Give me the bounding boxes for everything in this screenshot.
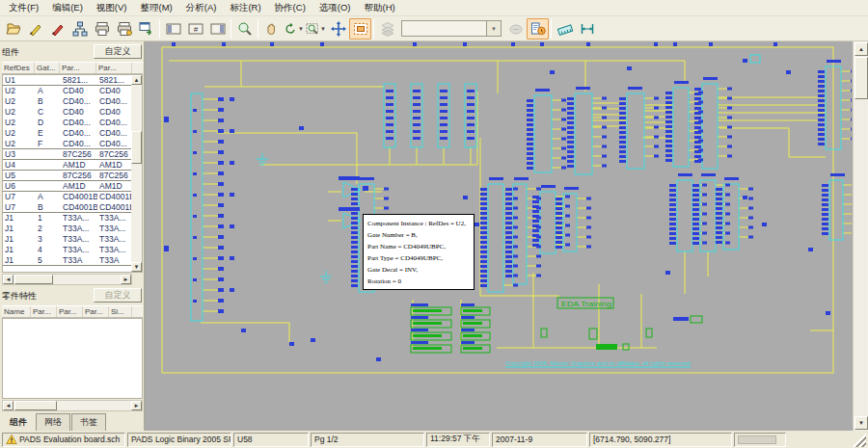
hierarchy-button[interactable] [68, 18, 91, 40]
zoom-window-button[interactable]: ▼ [305, 18, 327, 40]
components-hscrollbar[interactable]: ◄ ► [2, 274, 132, 285]
export-view-button[interactable] [135, 18, 157, 40]
tab-bookmarks[interactable]: 书签 [71, 413, 106, 431]
status-document-type: PADS Logic Binary 2005 SPac [127, 433, 231, 447]
markup-pencil-button[interactable] [24, 18, 46, 40]
cell: U2 [3, 107, 36, 118]
cell: CD4001B [97, 192, 133, 202]
first-sheet-button[interactable] [162, 18, 184, 40]
menu-edit[interactable]: 编辑(E) [45, 0, 90, 16]
scroll-up-arrow[interactable]: ▲ [854, 42, 868, 56]
menu-view[interactable]: 视图(V) [90, 0, 134, 16]
component-row[interactable]: U7BCD4001BCD4001B [3, 202, 133, 213]
open-file-button[interactable] [2, 18, 24, 40]
menu-help[interactable]: 帮助(H) [358, 0, 402, 16]
column-header[interactable]: Par... [57, 306, 83, 317]
component-row[interactable]: U2FCD40...CD40... [3, 139, 133, 149]
component-row[interactable]: J14T33A...T33A... [3, 245, 133, 255]
scroll-left-arrow[interactable]: ◄ [3, 401, 14, 410]
column-header[interactable]: Par... [31, 306, 57, 317]
menu-arrange[interactable]: 整理(M) [133, 0, 178, 16]
sheet-number-button[interactable]: # [184, 18, 206, 40]
column-header[interactable]: RefDes [2, 63, 35, 73]
menu-markup[interactable]: 标注(R) [223, 0, 267, 16]
component-row[interactable]: U15821...5821... [3, 75, 133, 86]
column-header[interactable]: Gat... [35, 63, 60, 73]
tab-components[interactable]: 组件 [2, 414, 35, 431]
components-table[interactable]: U15821...5821...U2ACD40CD40U2BCD40...CD4… [2, 74, 143, 273]
cell: F [36, 139, 61, 148]
properties-table[interactable] [2, 318, 143, 399]
scroll-right-arrow[interactable]: ► [121, 275, 131, 284]
dimension-button[interactable] [576, 18, 598, 40]
measure-button[interactable] [554, 18, 576, 40]
cell: U2 [3, 96, 36, 107]
menu-options[interactable]: 选项(O) [312, 0, 358, 16]
component-row[interactable]: U2CCD40CD40 [3, 107, 133, 118]
column-header[interactable]: Name [2, 306, 31, 317]
properties-customize-button[interactable]: 自定义 [94, 288, 142, 303]
hscroll-thumb[interactable] [14, 401, 57, 410]
query-icon [530, 21, 546, 37]
tooltip-line: Part Name = CD4049UBPC, [367, 241, 471, 252]
redline-pencil-button[interactable] [46, 18, 68, 40]
component-row[interactable]: U2BCD40...CD40... [3, 96, 133, 107]
vscroll-thumb[interactable] [131, 131, 142, 164]
cell: A [36, 192, 61, 202]
canvas-vscrollbar[interactable]: ▲ ▼ [853, 41, 868, 431]
component-row[interactable]: U7ACD4001BCD4001B [3, 192, 133, 202]
highlight-button[interactable] [504, 18, 527, 40]
pane-right-icon [210, 21, 226, 37]
scroll-down-arrow[interactable]: ▼ [131, 262, 142, 272]
scroll-left-arrow[interactable]: ◄ [3, 275, 14, 284]
component-row[interactable]: U587C25687C256 [3, 171, 133, 181]
column-header[interactable]: Par... [83, 306, 109, 317]
cell: E [36, 128, 61, 139]
query-button[interactable] [527, 18, 549, 40]
component-row[interactable]: J13T33A...T33A... [3, 234, 133, 245]
cell: CD40... [61, 128, 97, 139]
menu-file[interactable]: 文件(F) [2, 0, 45, 16]
tab-nets[interactable]: 网络 [36, 413, 70, 431]
tooltip-line: Gate Decal = INV, [367, 264, 471, 276]
vscroll-thumb[interactable] [854, 57, 868, 99]
scroll-up-arrow[interactable]: ▲ [131, 75, 142, 85]
print-button[interactable] [91, 18, 113, 40]
cell: CD40... [97, 118, 133, 128]
next-sheet-button[interactable] [206, 18, 229, 40]
component-row[interactable]: U2ECD40...CD40... [3, 128, 133, 139]
properties-hscrollbar[interactable]: ◄ ► [2, 400, 143, 411]
column-header[interactable]: Par... [60, 63, 96, 73]
cell: 87C256 [97, 171, 133, 180]
scroll-right-arrow[interactable]: ► [131, 401, 142, 410]
components-customize-button[interactable]: 自定义 [94, 44, 142, 59]
rotate-view-button[interactable]: ▼ [283, 18, 305, 40]
component-row[interactable]: U6AM1DAM1D [3, 181, 133, 192]
hscroll-thumb[interactable] [14, 275, 53, 284]
component-row[interactable]: U2DCD40...CD40... [3, 118, 133, 128]
component-row[interactable]: J12T33A...T33A... [3, 224, 133, 234]
zoom-button[interactable] [233, 18, 256, 40]
sheet-combobox[interactable]: ▼ [401, 20, 502, 37]
print-region-button[interactable] [113, 18, 135, 40]
fit-view-button[interactable] [327, 18, 349, 40]
select-region-button[interactable] [349, 18, 371, 40]
component-row[interactable]: J11T33A...T33A... [3, 213, 133, 224]
tooltip-line: Component Instance : RefDes = U2, [367, 218, 471, 229]
component-row[interactable]: U4AM1DAM1D [3, 160, 133, 171]
schematic-canvas[interactable]: EDA TrainingCopyright 2005, Mentor Graph… [145, 41, 853, 431]
cell: B [36, 96, 61, 107]
layers-button[interactable] [376, 18, 398, 40]
component-row[interactable]: U2ACD40CD40 [3, 86, 133, 96]
scroll-down-arrow[interactable]: ▼ [854, 416, 868, 430]
column-header[interactable]: Par... [96, 63, 132, 73]
resize-grip[interactable] [853, 433, 866, 447]
menu-analysis[interactable]: 分析(A) [179, 0, 224, 16]
column-header[interactable]: Si... [109, 306, 132, 317]
pan-hand-button[interactable] [260, 18, 283, 40]
cell: 87C256 [61, 171, 97, 180]
vscroll-track[interactable] [131, 85, 142, 262]
component-row[interactable]: J15T33AT33A [3, 255, 133, 266]
component-row[interactable]: U387C25687C256 [3, 149, 133, 160]
menu-collaborate[interactable]: 协作(C) [268, 0, 312, 16]
